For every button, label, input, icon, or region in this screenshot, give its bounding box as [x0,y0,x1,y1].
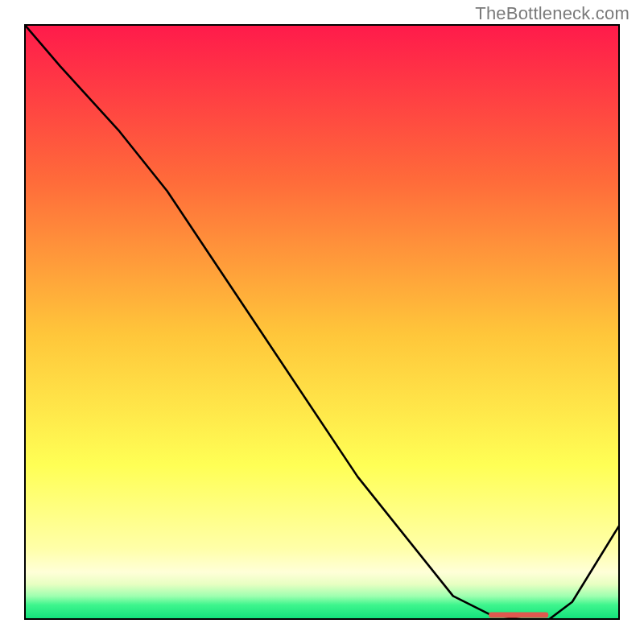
chart-svg [24,24,620,620]
optimal-marker [489,613,548,618]
watermark-text: TheBottleneck.com [475,3,630,24]
plot-frame [24,24,620,620]
plot-background [24,24,620,620]
chart-stage: TheBottleneck.com [0,0,644,644]
